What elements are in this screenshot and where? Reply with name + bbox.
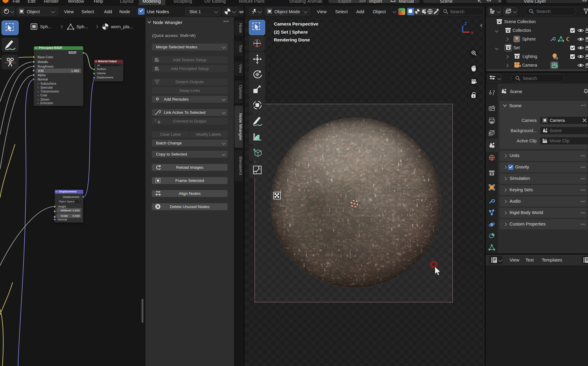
- svg-text:Z: Z: [464, 21, 467, 26]
- svg-text:x: x: [471, 30, 473, 35]
- svg-text:8: 8: [556, 57, 558, 60]
